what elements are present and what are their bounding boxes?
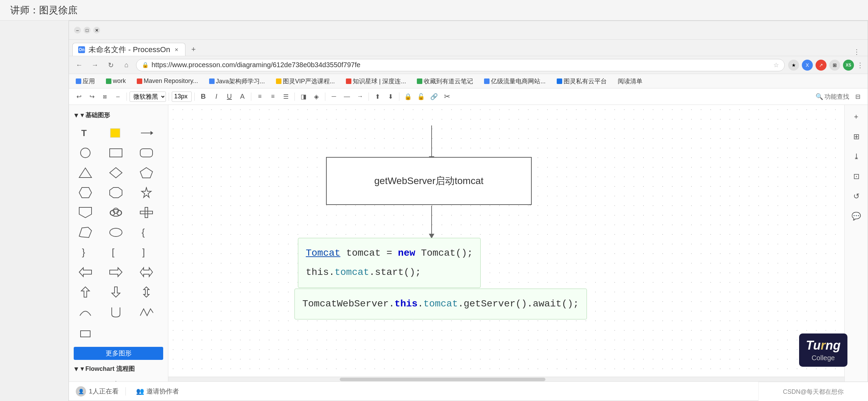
bookmark-work[interactable]: work — [103, 76, 129, 86]
basic-shapes-title[interactable]: ▾ ▾ 基础图形 — [69, 108, 168, 122]
history-button[interactable]: ↺ — [848, 188, 865, 205]
shape-text[interactable]: T — [74, 124, 97, 142]
shape-chevron[interactable] — [74, 204, 97, 221]
active-tab[interactable]: On 未命名文件 - ProcessOn ✕ — [72, 43, 185, 56]
shape-cloud[interactable] — [104, 204, 128, 221]
forward-button[interactable]: → — [89, 59, 101, 71]
font-size-input[interactable] — [172, 92, 192, 102]
flowchart-process[interactable] — [74, 378, 97, 381]
export-button[interactable]: ⤓ — [848, 148, 865, 165]
ext-icon-4[interactable]: ⊞ — [829, 60, 840, 71]
chrome-menu-icon[interactable]: ⋮ — [857, 61, 864, 69]
shape-bracket-right[interactable]: ] — [135, 243, 158, 261]
shape-diamond[interactable] — [104, 164, 128, 182]
flowchart-decision[interactable] — [104, 378, 128, 381]
flowchart-title[interactable]: ▾ ▾ Flowchart 流程图 — [69, 362, 168, 376]
home-button[interactable]: ⌂ — [120, 59, 133, 71]
shape-u[interactable] — [104, 303, 128, 321]
bookmark-tuling-cloud[interactable]: 图灵私有云平台 — [554, 76, 610, 87]
shape-up-arrow[interactable] — [74, 283, 97, 301]
maximize-button[interactable]: □ — [84, 27, 91, 34]
minimize-button[interactable]: – — [74, 27, 81, 34]
shape-left-arrow[interactable] — [74, 263, 97, 281]
line-button[interactable]: — — [341, 91, 353, 102]
unlock-button[interactable]: 🔓 — [415, 91, 427, 102]
font-color-button[interactable]: A — [237, 91, 248, 102]
fit-button[interactable]: ⊠ — [99, 91, 111, 102]
process-box[interactable]: getWebServer启动tomcat — [326, 157, 532, 205]
align-center-button[interactable]: ≡ — [267, 91, 279, 102]
ext-icon-5[interactable]: XS — [843, 60, 854, 71]
bookmark-maven[interactable]: Maven Repository... — [134, 76, 201, 86]
zoom-out-button[interactable]: – — [112, 91, 124, 102]
align-left-button[interactable]: ≡ — [254, 91, 266, 102]
h-scrollbar[interactable] — [168, 377, 844, 381]
redo-button[interactable]: ↪ — [86, 91, 98, 102]
shape-bracket-left[interactable]: [ — [104, 243, 128, 261]
shape-updown-arrow[interactable] — [135, 283, 158, 301]
shape-zigzag[interactable] — [135, 303, 158, 321]
reload-button[interactable]: ↻ — [105, 59, 117, 71]
layer-up-button[interactable]: ⬆ — [372, 91, 383, 102]
ext-icon-2[interactable]: X — [802, 60, 813, 71]
shape-rectangle[interactable] — [104, 144, 128, 162]
fill-button[interactable]: ◨ — [298, 91, 309, 102]
bookmark-apps[interactable]: 应用 — [73, 76, 98, 87]
shape-right-arrow-block[interactable] — [104, 263, 128, 281]
bookmark-reading[interactable]: 阅读清单 — [615, 76, 645, 87]
gradient-button[interactable]: ◈ — [311, 91, 322, 102]
shape-irregular[interactable] — [74, 223, 97, 241]
tomcat-link[interactable]: Tomcat — [306, 248, 340, 258]
shape-triangle[interactable] — [74, 164, 97, 182]
flowchart-terminal[interactable] — [135, 378, 158, 381]
url-box[interactable]: 🔒 https://www.processon.com/diagraming/6… — [136, 59, 785, 71]
lock-button[interactable]: 🔒 — [402, 91, 414, 102]
expand-button[interactable]: ⊟ — [852, 91, 864, 102]
bookmark-java[interactable]: Java架构师学习... — [206, 76, 268, 87]
shape-sticky[interactable] — [104, 124, 128, 142]
bookmark-processon[interactable]: 亿级流量电商网站... — [481, 76, 548, 87]
shape-plus[interactable] — [135, 204, 158, 221]
comment-button[interactable]: 💬 — [848, 208, 865, 225]
shape-star[interactable] — [135, 184, 158, 202]
line-start-button[interactable]: ─ — [328, 91, 340, 102]
thumbnail-button[interactable]: ⊡ — [848, 168, 865, 185]
shape-circle[interactable] — [74, 144, 97, 162]
shape-hexagon[interactable] — [74, 184, 97, 202]
shape-arrow[interactable] — [135, 124, 158, 142]
code-button[interactable]: ✂ — [441, 91, 453, 102]
shape-octagon[interactable] — [104, 184, 128, 202]
shape-ellipse[interactable] — [104, 223, 128, 241]
shape-brace-right[interactable]: } — [74, 243, 97, 261]
list-button[interactable]: ☰ — [280, 91, 292, 102]
shape-brace-left[interactable]: { — [135, 223, 158, 241]
h-scroll-thumb[interactable] — [340, 378, 545, 381]
bookmark-zsxq[interactable]: 知识星球 | 深度连... — [343, 76, 409, 87]
bold-button[interactable]: B — [197, 91, 209, 102]
underline-button[interactable]: U — [224, 91, 235, 102]
fit-page-button[interactable]: ⊞ — [848, 128, 865, 145]
shape-curved[interactable] — [74, 303, 97, 321]
tab-close-button[interactable]: ✕ — [173, 47, 180, 53]
link-button[interactable]: 🔗 — [428, 91, 440, 102]
ext-icon-3[interactable]: ↗ — [816, 60, 827, 71]
chrome-settings-icon[interactable]: ⋮ — [853, 48, 860, 56]
canvas-area[interactable]: getWebServer启动tomcat Tomcat tomcat = new… — [168, 105, 844, 381]
bookmark-tuling-vip[interactable]: 图灵VIP严选课程... — [273, 76, 338, 87]
new-tab-button[interactable]: + — [187, 43, 200, 56]
close-button[interactable]: ✕ — [93, 27, 100, 34]
shape-rounded-rect[interactable] — [135, 144, 158, 162]
more-shapes-button[interactable]: 更多图形 — [74, 347, 163, 360]
bookmark-star-icon[interactable]: ☆ — [773, 61, 779, 69]
undo-button[interactable]: ↩ — [73, 91, 85, 102]
shape-down-arrow[interactable] — [104, 283, 128, 301]
shape-double-arrow[interactable] — [135, 263, 158, 281]
italic-button[interactable]: I — [210, 91, 222, 102]
shape-pentagon[interactable] — [135, 164, 158, 182]
zoom-in-button[interactable]: + — [848, 108, 865, 125]
ext-icon-1[interactable]: ★ — [788, 60, 799, 71]
back-button[interactable]: ← — [73, 59, 85, 71]
code-block-1[interactable]: Tomcat tomcat = new Tomcat(); this.tomca… — [298, 238, 481, 288]
bookmark-youdao[interactable]: 收藏到有道云笔记 — [414, 76, 476, 87]
font-family-select[interactable]: 微软雅黑 — [130, 92, 166, 102]
